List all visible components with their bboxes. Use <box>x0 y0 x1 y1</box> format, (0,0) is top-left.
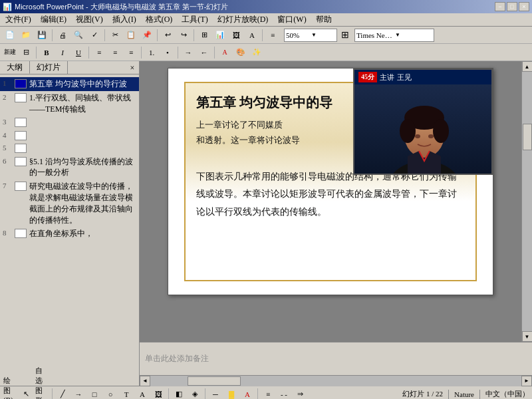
fill-color-tool[interactable]: ▓ <box>224 388 239 400</box>
underline-button[interactable]: U <box>71 46 86 59</box>
font-color-button[interactable]: A <box>217 46 232 59</box>
new-slide-button[interactable]: 新建 <box>3 46 17 59</box>
increase-indent-button[interactable]: → <box>181 46 196 59</box>
draw-menu-button[interactable]: 绘图(R) ▾ <box>3 388 17 400</box>
outline-item-7[interactable]: 7 研究电磁波在波导中的传播，就是求解电磁波场量在波导横截面上的分布规律及其沿轴… <box>0 180 139 227</box>
toolbar-sep4 <box>194 29 194 41</box>
autoshape-button[interactable]: 自选图形(U) ▾ <box>35 388 49 400</box>
svg-point-5 <box>400 119 416 143</box>
italic-button[interactable]: I <box>55 46 70 59</box>
toolbar2-sep2 <box>88 47 89 59</box>
tab-outline[interactable]: 大纲 <box>0 61 30 74</box>
align-right-button[interactable]: ≡ <box>124 46 138 59</box>
scroll-right-button[interactable]: ► <box>521 376 532 386</box>
menu-insert[interactable]: 插入(I) <box>108 13 140 26</box>
scroll-down-button[interactable]: ▼ <box>522 331 533 342</box>
outline-item-1[interactable]: 1 第五章 均匀波导中的导行波 <box>0 77 139 91</box>
toolbar-sep1 <box>52 29 53 41</box>
cut-button[interactable]: ✂ <box>108 29 122 42</box>
font-dropdown-icon[interactable]: ▼ <box>395 32 432 38</box>
scroll-thumb[interactable] <box>523 124 532 150</box>
outline-item-3[interactable]: 3 <box>0 116 139 128</box>
preview-button[interactable]: 🔍 <box>71 29 86 42</box>
design-button[interactable]: 🎨 <box>233 46 248 59</box>
3d-tool[interactable]: ◈ <box>188 388 202 400</box>
outline-num-5: 5 <box>3 143 15 153</box>
tab-slides[interactable]: 幻灯片 <box>30 61 68 74</box>
close-panel-button[interactable]: × <box>127 63 138 73</box>
notes-area[interactable]: 单击此处添加备注 <box>140 342 532 375</box>
shadow-tool[interactable]: ◧ <box>172 388 186 400</box>
dash-style-tool[interactable]: - - <box>277 388 291 400</box>
insert-chart-button[interactable]: 📊 <box>213 29 227 42</box>
line-tool[interactable]: ╱ <box>55 388 70 400</box>
align-left-button[interactable]: ≡ <box>92 46 106 59</box>
rect-tool[interactable]: □ <box>87 388 102 400</box>
print-button[interactable]: 🖨 <box>55 29 70 42</box>
spellcheck-button[interactable]: ✓ <box>87 29 102 42</box>
outline-item-4[interactable]: 4 <box>0 129 139 142</box>
bullets-button[interactable]: • <box>160 46 175 59</box>
arrow-tool[interactable]: → <box>71 388 86 400</box>
outline-item-2[interactable]: 2 1.平行双线、同轴线、带状线——TEM传输线 <box>0 91 139 116</box>
copy-button[interactable]: 📋 <box>124 29 138 42</box>
maximize-button[interactable]: □ <box>507 2 517 11</box>
slide-canvas[interactable]: 第五章 均匀波导中的导 上一章讨论了不同媒质 和透射。这一章将讨论波导 下图表示… <box>140 61 521 342</box>
horizontal-scrollbar[interactable]: ◄ ► <box>140 375 532 386</box>
undo-button[interactable]: ↩ <box>160 29 175 42</box>
new-button[interactable]: 📄 <box>3 29 17 42</box>
bold-button[interactable]: B <box>39 46 54 59</box>
insert-wordart-button[interactable]: A <box>245 29 259 42</box>
hscroll-thumb[interactable] <box>188 376 241 386</box>
menu-tools[interactable]: 工具(T) <box>178 13 211 26</box>
left-panel: 大纲 幻灯片 × 1 第五章 均匀波导中的导行波 2 1.平行双线、同轴线、带状… <box>0 61 140 386</box>
minimize-button[interactable]: − <box>495 2 505 11</box>
font-color-tool[interactable]: A <box>240 388 255 400</box>
hscroll-track[interactable] <box>150 376 521 386</box>
zoom-box[interactable]: 50% ▼ <box>284 29 337 42</box>
menu-view[interactable]: 视图(V) <box>72 13 107 26</box>
menu-slideshow[interactable]: 幻灯片放映(D) <box>213 13 273 26</box>
redo-button[interactable]: ↪ <box>176 29 191 42</box>
save-button[interactable]: 💾 <box>35 29 49 42</box>
select-button[interactable]: ↖ <box>19 388 33 400</box>
textbox-tool[interactable]: T <box>119 388 134 400</box>
open-button[interactable]: 📁 <box>19 29 33 42</box>
scroll-up-button[interactable]: ▲ <box>522 61 533 72</box>
insert-clip-button[interactable]: 🖼 <box>229 29 243 42</box>
line-style-tool[interactable]: ≡ <box>261 388 275 400</box>
font-name-box[interactable]: Times New Roman ▼ <box>354 29 434 42</box>
close-button[interactable]: × <box>519 2 529 11</box>
font-name-value: Times New Roman <box>356 31 394 39</box>
content-area: 第五章 均匀波导中的导 上一章讨论了不同媒质 和透射。这一章将讨论波导 下图表示… <box>140 61 532 386</box>
menu-edit[interactable]: 编辑(E) <box>37 13 70 26</box>
paste-button[interactable]: 📌 <box>140 29 154 42</box>
menu-format[interactable]: 格式(O) <box>142 13 177 26</box>
outline-num-8: 8 <box>3 228 15 238</box>
align-center-button[interactable]: ≡ <box>108 46 122 59</box>
clip-tool[interactable]: 🖼 <box>151 388 166 400</box>
line-color-tool[interactable]: ─ <box>208 388 223 400</box>
slide-layout-button[interactable]: ⊟ <box>19 46 33 59</box>
outline-item-5[interactable]: 5 <box>0 142 139 154</box>
zoom-dropdown-icon[interactable]: ▼ <box>311 32 335 38</box>
outline-item-6[interactable]: 6 §5.1 沿均匀导波系统传播的波的一般分析 <box>0 155 139 180</box>
scroll-left-button[interactable]: ◄ <box>140 376 150 386</box>
menu-help[interactable]: 帮助 <box>312 13 336 26</box>
scroll-track[interactable] <box>522 72 533 331</box>
menu-file[interactable]: 文件(F) <box>1 13 35 26</box>
menu-window[interactable]: 窗口(W) <box>273 13 310 26</box>
outline-item-8[interactable]: 8 在直角坐标系中， <box>0 227 139 241</box>
decrease-indent-button[interactable]: ← <box>197 46 211 59</box>
wordart-tool[interactable]: A <box>135 388 150 400</box>
arrow-style-tool[interactable]: ⇒ <box>293 388 307 400</box>
animation-button[interactable]: ✨ <box>249 46 264 59</box>
vertical-scrollbar[interactable]: ▲ ▼ <box>521 61 532 342</box>
numbering-button[interactable]: 1. <box>144 46 159 59</box>
oval-tool[interactable]: ○ <box>103 388 118 400</box>
expand-button[interactable]: ≡ <box>265 29 280 42</box>
insert-table-button[interactable]: ⊞ <box>197 29 211 42</box>
status-slide-info: 幻灯片 1 / 22 <box>402 389 443 399</box>
draw-sep4 <box>257 388 258 400</box>
outline-num-1: 1 <box>3 78 15 88</box>
